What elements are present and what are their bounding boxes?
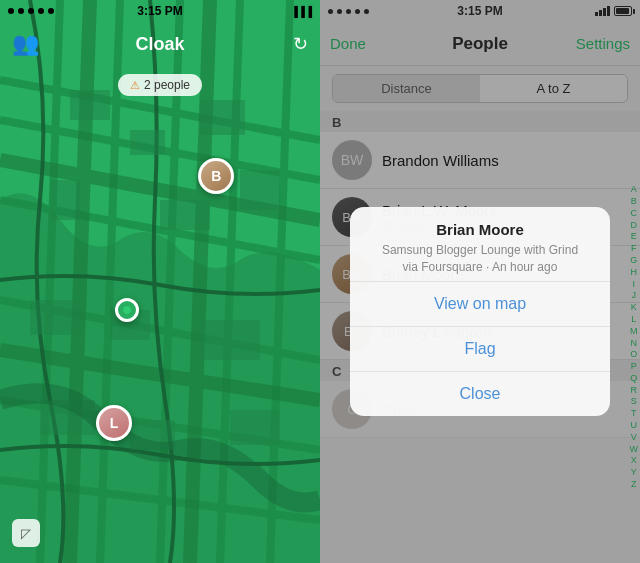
close-modal-button[interactable]: Close <box>350 372 610 416</box>
avatar-pin-3: L <box>96 405 132 441</box>
dot1 <box>8 8 14 14</box>
svg-rect-27 <box>230 410 280 445</box>
warning-icon: ⚠ <box>130 79 140 92</box>
location-button[interactable]: ◸ <box>12 519 40 547</box>
location-arrow-icon: ◸ <box>21 526 31 541</box>
people-icon-left[interactable]: 👥 <box>12 31 39 57</box>
nav-bar-left: 👥 Cloak ↻ <box>0 22 320 66</box>
app-title: Cloak <box>135 34 184 55</box>
refresh-icon[interactable]: ↻ <box>293 33 308 55</box>
people-badge: ⚠ 2 people <box>118 74 202 96</box>
svg-rect-16 <box>70 90 110 120</box>
modal-person-name: Brian Moore <box>366 221 594 238</box>
user-location-dot <box>122 305 132 315</box>
svg-rect-17 <box>130 130 165 155</box>
dot4 <box>38 8 44 14</box>
svg-rect-24 <box>200 320 260 360</box>
svg-rect-22 <box>30 300 80 335</box>
badge-text: 2 people <box>144 78 190 92</box>
map-pin-1[interactable]: B <box>198 158 234 194</box>
svg-rect-18 <box>200 100 245 135</box>
status-dots-left <box>8 8 54 14</box>
person-action-modal: Brian Moore Samsung Blogger Lounge with … <box>350 207 610 417</box>
svg-rect-20 <box>160 200 210 230</box>
map-panel: 3:15 PM ▐▐▐ 👥 Cloak ↻ ⚠ 2 people B L ◸ <box>0 0 320 563</box>
map-pin-user <box>115 298 139 322</box>
avatar-pin-1: B <box>198 158 234 194</box>
modal-overlay: Brian Moore Samsung Blogger Lounge with … <box>320 0 640 563</box>
svg-rect-19 <box>50 180 80 220</box>
flag-button[interactable]: Flag <box>350 327 610 372</box>
user-location-pin <box>115 298 139 322</box>
dot5 <box>48 8 54 14</box>
dot3 <box>28 8 34 14</box>
map-pin-3[interactable]: L <box>96 405 132 441</box>
svg-rect-21 <box>240 170 280 210</box>
people-panel: 3:15 PM Done People Settings Distance A … <box>320 0 640 563</box>
modal-header: Brian Moore Samsung Blogger Lounge with … <box>350 207 610 283</box>
status-bar-left: 3:15 PM ▐▐▐ <box>0 0 320 22</box>
dot2 <box>18 8 24 14</box>
status-battery-left: ▐▐▐ <box>291 6 312 17</box>
status-time-left: 3:15 PM <box>137 4 182 18</box>
modal-person-location: Samsung Blogger Lounge with Grindvia Fou… <box>366 242 594 276</box>
view-on-map-button[interactable]: View on map <box>350 282 610 327</box>
battery-level-left: ▐▐▐ <box>291 6 312 17</box>
